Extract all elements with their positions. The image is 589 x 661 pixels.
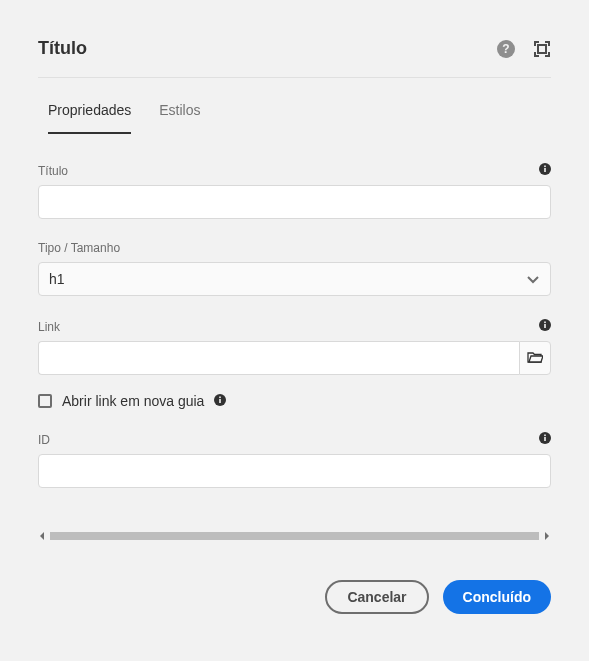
scroll-left-icon[interactable] (38, 532, 46, 540)
svg-rect-13 (544, 437, 546, 441)
fullscreen-icon[interactable] (533, 40, 551, 58)
svg-rect-14 (544, 435, 546, 437)
id-label: ID (38, 433, 50, 447)
form: Título Tipo / Tamanho h1 Li (38, 134, 551, 542)
horizontal-scrollbar[interactable] (38, 530, 551, 542)
title-label: Título (38, 164, 68, 178)
done-button[interactable]: Concluído (443, 580, 551, 614)
field-title: Título (38, 162, 551, 219)
field-link: Link (38, 318, 551, 375)
svg-rect-4 (544, 168, 546, 172)
scroll-right-icon[interactable] (543, 532, 551, 540)
title-input[interactable] (38, 185, 551, 219)
svg-rect-7 (544, 324, 546, 328)
type-value: h1 (49, 271, 65, 287)
tab-styles[interactable]: Estilos (159, 102, 200, 134)
tabs: Propriedades Estilos (38, 78, 551, 134)
field-id: ID (38, 431, 551, 488)
dialog: Título ? Propriedades Estilos Título (0, 0, 589, 614)
help-icon[interactable]: ? (497, 40, 515, 58)
info-icon[interactable] (214, 393, 226, 409)
newtab-checkbox[interactable] (38, 394, 52, 408)
svg-rect-11 (220, 397, 222, 399)
link-label: Link (38, 320, 60, 334)
info-icon[interactable] (539, 318, 551, 334)
cancel-button[interactable]: Cancelar (325, 580, 428, 614)
svg-rect-8 (544, 322, 546, 324)
path-picker-button[interactable] (519, 341, 551, 375)
dialog-title: Título (38, 38, 87, 59)
svg-rect-2 (538, 45, 546, 53)
svg-text:?: ? (502, 42, 509, 56)
field-newtab: Abrir link em nova guia (38, 393, 551, 409)
type-select[interactable]: h1 (38, 262, 551, 296)
dialog-header: Título ? (38, 0, 551, 78)
header-actions: ? (497, 40, 551, 58)
scroll-track[interactable] (50, 532, 539, 540)
link-input[interactable] (38, 341, 519, 375)
tab-properties[interactable]: Propriedades (48, 102, 131, 134)
field-type: Tipo / Tamanho h1 (38, 241, 551, 296)
newtab-label: Abrir link em nova guia (62, 393, 204, 409)
info-icon[interactable] (539, 431, 551, 447)
svg-rect-10 (220, 399, 222, 403)
svg-rect-5 (544, 166, 546, 168)
folder-open-icon (527, 350, 543, 367)
id-input[interactable] (38, 454, 551, 488)
dialog-footer: Cancelar Concluído (38, 542, 551, 614)
info-icon[interactable] (539, 162, 551, 178)
type-label: Tipo / Tamanho (38, 241, 120, 255)
